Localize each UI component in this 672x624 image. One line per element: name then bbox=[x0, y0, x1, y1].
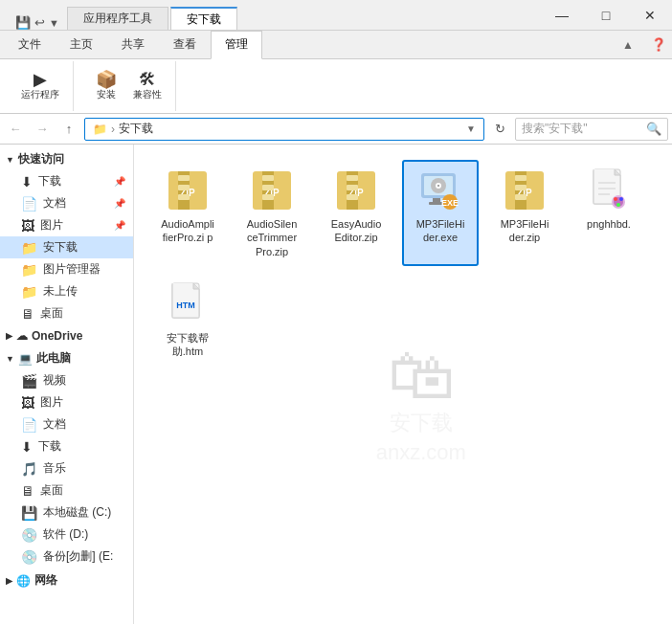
window-save-icon[interactable]: 💾 bbox=[15, 15, 31, 30]
svg-rect-23 bbox=[433, 198, 440, 202]
sidebar-onedrive-header[interactable]: ▶ ☁ OneDrive bbox=[0, 326, 133, 345]
svg-rect-17 bbox=[347, 194, 358, 200]
maximize-button[interactable]: □ bbox=[584, 0, 628, 31]
file-icon-easyaudio: ZIP bbox=[333, 167, 379, 213]
svg-rect-15 bbox=[347, 175, 358, 181]
tab-active[interactable]: 安下载 bbox=[170, 7, 237, 30]
documents-icon: 📄 bbox=[21, 196, 37, 212]
sidebar-item-disk-c[interactable]: 💾 本地磁盘 (C:) bbox=[0, 501, 133, 524]
help-btn[interactable]: ❓ bbox=[649, 35, 668, 55]
file-item-mp3hidexe[interactable]: EXE MP3FileHi der.exe bbox=[402, 160, 479, 266]
window-undo-icon[interactable]: ↩ bbox=[34, 15, 45, 30]
svg-rect-9 bbox=[262, 175, 274, 181]
sidebar-item-documents[interactable]: 📄 文档 📌 bbox=[0, 192, 133, 214]
winrar-zip-icon4: ZIP bbox=[502, 167, 548, 213]
tab-app-tools[interactable]: 应用程序工具 bbox=[67, 7, 168, 30]
file-item-pnghhbd[interactable]: pnghhbd. bbox=[571, 160, 647, 266]
search-box[interactable]: 搜索"安下载" 🔍 bbox=[515, 118, 668, 141]
not-uploaded-icon: 📁 bbox=[21, 284, 37, 300]
file-item-audiosilence[interactable]: ZIP AudioSilen ceTrimmer Pro.zip bbox=[234, 160, 310, 266]
svg-rect-3 bbox=[178, 175, 190, 181]
address-dropdown-icon[interactable]: ▼ bbox=[466, 123, 476, 134]
titlebar: 💾 ↩ ▼ 应用程序工具 安下载 — □ ✕ bbox=[0, 0, 672, 31]
sidebar-this-pc-header[interactable]: ▼ 💻 此电脑 bbox=[0, 347, 133, 369]
this-pc-label: 此电脑 bbox=[36, 350, 71, 367]
watermark-text: 安下载anxz.com bbox=[376, 409, 466, 468]
ribbon-group-open: ▶ 运行程序 bbox=[8, 61, 74, 111]
tab-home[interactable]: 主页 bbox=[56, 31, 107, 58]
sidebar-item-video[interactable]: 🎬 视频 bbox=[0, 369, 133, 391]
svg-rect-32 bbox=[515, 194, 526, 200]
ribbon-install-btn[interactable]: 📦 安装 bbox=[89, 69, 123, 103]
desktop2-icon: 🖥 bbox=[21, 483, 34, 499]
address-separator: › bbox=[111, 123, 115, 136]
tab-manage[interactable]: 管理 bbox=[211, 31, 262, 59]
svg-rect-31 bbox=[515, 185, 526, 190]
computer-icon: 💻 bbox=[18, 352, 33, 366]
tab-share[interactable]: 共享 bbox=[107, 31, 159, 58]
sidebar-item-desktop2[interactable]: 🖥 桌面 bbox=[0, 479, 133, 501]
sidebar-item-disk-d[interactable]: 💿 软件 (D:) bbox=[0, 524, 133, 546]
pictures-icon: 🖼 bbox=[21, 218, 34, 234]
content-area: 🛍 安下载anxz.com ZIP AudioAmpli fierPro.zi … bbox=[134, 145, 672, 624]
tab-file[interactable]: 文件 bbox=[4, 31, 56, 58]
documents2-icon: 📄 bbox=[21, 417, 37, 433]
window-menu-icon[interactable]: ▼ bbox=[49, 17, 59, 29]
sidebar-quick-access-header[interactable]: ▼ 快速访问 bbox=[0, 148, 133, 170]
forward-button[interactable]: → bbox=[31, 118, 54, 141]
close-button[interactable]: ✕ bbox=[628, 0, 672, 31]
up-button[interactable]: ↑ bbox=[57, 118, 80, 141]
sidebar-item-downloads2[interactable]: ⬇ 下载 bbox=[0, 435, 133, 457]
file-name-easyaudio: EasyAudio Editor.zip bbox=[324, 217, 389, 245]
sidebar-item-disk-e[interactable]: 💿 备份[勿删] (E: bbox=[0, 546, 133, 568]
back-button[interactable]: ← bbox=[4, 118, 27, 141]
minimize-button[interactable]: — bbox=[540, 0, 584, 31]
svg-rect-16 bbox=[347, 185, 358, 190]
folder-address-icon: 📁 bbox=[93, 123, 107, 136]
sidebar-item-music[interactable]: 🎵 音乐 bbox=[0, 457, 133, 479]
picture-manager-icon: 📁 bbox=[21, 262, 37, 278]
file-icon-htm: HTM bbox=[165, 281, 211, 327]
svg-point-40 bbox=[619, 197, 623, 201]
file-item-audioampli[interactable]: ZIP AudioAmpli fierPro.zi p bbox=[149, 160, 226, 266]
file-item-htm[interactable]: HTM 安下载帮 助.htm bbox=[149, 274, 226, 367]
sidebar-item-not-uploaded-label: 未上传 bbox=[43, 283, 78, 300]
sidebar-item-documents2[interactable]: 📄 文档 bbox=[0, 413, 133, 435]
svg-rect-5 bbox=[178, 194, 190, 200]
downloads2-icon: ⬇ bbox=[21, 439, 33, 455]
sidebar-item-anzaixia[interactable]: 📁 安下载 bbox=[0, 236, 133, 258]
exe-icon: EXE bbox=[417, 167, 463, 213]
file-item-easyaudio[interactable]: ZIP EasyAudio Editor.zip bbox=[318, 160, 394, 266]
tab-view[interactable]: 查看 bbox=[159, 31, 211, 58]
file-name-mp3hidzip: MP3FileHi der.zip bbox=[492, 217, 557, 245]
refresh-button[interactable]: ↻ bbox=[488, 118, 511, 141]
file-item-mp3hidzip[interactable]: ZIP MP3FileHi der.zip bbox=[486, 160, 563, 266]
sidebar-item-downloads[interactable]: ⬇ 下载 📌 bbox=[0, 170, 133, 192]
sidebar-network-header[interactable]: ▶ 🌐 网络 bbox=[0, 569, 133, 591]
file-icon-mp3hidzip: ZIP bbox=[502, 167, 548, 213]
pin-icon2: 📌 bbox=[114, 198, 125, 209]
file-icon-audiosilence: ZIP bbox=[249, 167, 295, 213]
anzaixia-icon: 📁 bbox=[21, 240, 37, 256]
svg-rect-30 bbox=[515, 175, 526, 181]
search-text: 搜索"安下载" bbox=[522, 121, 642, 137]
sidebar-item-downloads2-label: 下载 bbox=[38, 438, 61, 455]
sidebar-item-desktop[interactable]: 🖥 桌面 bbox=[0, 302, 133, 324]
ribbon-compatibility-btn[interactable]: 🛠 兼容性 bbox=[127, 69, 168, 103]
chevron-right-icon-onedrive: ▶ bbox=[6, 331, 12, 341]
search-icon[interactable]: 🔍 bbox=[646, 122, 661, 136]
sidebar-item-picture-manager-label: 图片管理器 bbox=[43, 261, 101, 278]
sidebar-item-pictures2-label: 图片 bbox=[40, 394, 63, 411]
ribbon-collapse-btn[interactable]: ▲ bbox=[622, 35, 641, 55]
music-icon: 🎵 bbox=[21, 461, 37, 477]
address-box[interactable]: 📁 › 安下载 ▼ bbox=[84, 118, 484, 141]
sidebar-item-picture-manager[interactable]: 📁 图片管理器 bbox=[0, 258, 133, 280]
sidebar-item-pictures[interactable]: 🖼 图片 📌 bbox=[0, 214, 133, 236]
svg-rect-11 bbox=[262, 194, 274, 200]
svg-text:EXE: EXE bbox=[441, 198, 459, 208]
sidebar-item-disk-c-label: 本地磁盘 (C:) bbox=[43, 504, 111, 521]
disk-e-icon: 💿 bbox=[21, 549, 37, 565]
sidebar-item-not-uploaded[interactable]: 📁 未上传 bbox=[0, 280, 133, 302]
ribbon-run-btn[interactable]: ▶ 运行程序 bbox=[15, 69, 65, 103]
sidebar-item-pictures2[interactable]: 🖼 图片 bbox=[0, 391, 133, 413]
